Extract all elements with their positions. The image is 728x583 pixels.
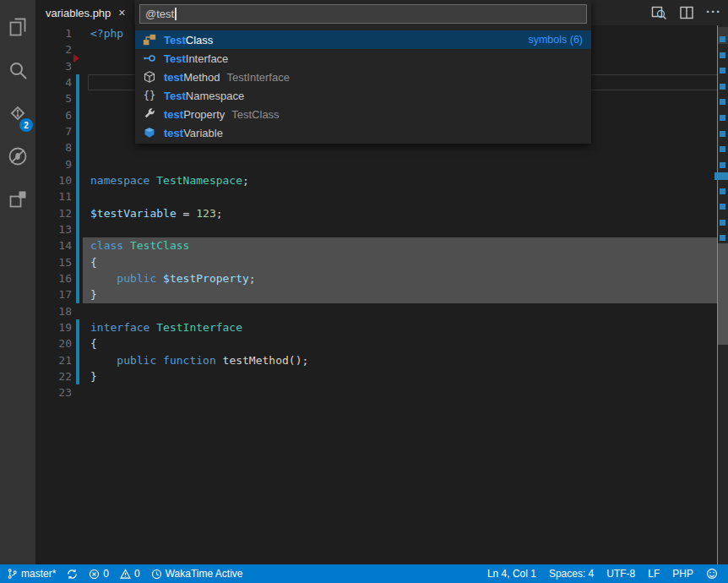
status-warnings[interactable]: 0: [120, 568, 140, 580]
quick-open-item-testVariable[interactable]: testVariable: [135, 123, 591, 142]
code-text: }: [90, 368, 97, 384]
line-number: 22: [35, 368, 72, 384]
quick-open-item-testProperty[interactable]: testPropertyTestClass: [135, 105, 591, 123]
line-number: 15: [35, 254, 72, 270]
status-warnings-label: 0: [134, 568, 140, 580]
quick-open-item-TestNamespace[interactable]: {}TestNamespace: [135, 86, 591, 105]
activity-bar-item-debug[interactable]: [0, 136, 35, 179]
close-icon[interactable]: ×: [118, 7, 125, 19]
line-number: 13: [35, 221, 72, 237]
split-editor-icon[interactable]: [678, 4, 695, 21]
code-line-11[interactable]: 11: [35, 188, 718, 204]
symbol-label: testMethod: [164, 71, 220, 84]
status-branch-label: master*: [21, 568, 56, 580]
tab-label: variables.php: [46, 7, 111, 19]
activity-bar-item-search[interactable]: [0, 50, 35, 93]
status-branch[interactable]: master*: [7, 568, 56, 580]
ruler-modified-mark: [720, 52, 725, 58]
status-wakatime-label: WakaTime Active: [166, 568, 243, 580]
ruler-modified-mark: [720, 146, 725, 152]
code-text: }: [90, 286, 97, 302]
gutter-modified-indicator: [76, 123, 79, 139]
code-line-20[interactable]: 20{: [35, 335, 718, 351]
overview-ruler-scrollbar[interactable]: [717, 25, 728, 564]
line-number: 14: [35, 237, 72, 253]
editor-group: variables.php × ··· 1<?php2345678910name…: [35, 0, 728, 564]
editor-toolbar: ···: [650, 0, 721, 25]
code-line-10[interactable]: 10namespace TestNamespace;: [35, 172, 718, 188]
code-line-14[interactable]: 14class TestClass: [35, 237, 718, 253]
gutter-modified-indicator: [76, 368, 79, 384]
status-cursor-position-label: Ln 4, Col 1: [487, 568, 536, 580]
status-wakatime[interactable]: WakaTime Active: [151, 568, 243, 580]
symbols-group-label: symbols (6): [528, 34, 583, 46]
status-encoding-label: UTF-8: [606, 568, 635, 580]
code-line-19[interactable]: 19interface TestInterface: [35, 319, 718, 335]
symbol-label: TestClass: [164, 34, 213, 46]
quick-open-input[interactable]: @test: [139, 4, 587, 24]
quick-open-list: TestClasssymbols (6)TestInterfacetestMet…: [135, 30, 591, 142]
quick-open-item-TestInterface[interactable]: TestInterface: [135, 49, 591, 68]
quick-open-item-TestClass[interactable]: TestClasssymbols (6): [135, 30, 591, 49]
symbol-label: TestNamespace: [164, 90, 244, 102]
symbol-namespace-icon: {}: [143, 89, 156, 102]
line-number: 21: [35, 352, 72, 368]
warning-icon: [120, 569, 131, 580]
symbol-class-icon: [143, 33, 156, 46]
status-sync[interactable]: [67, 569, 78, 580]
symbol-label: TestInterface: [164, 52, 228, 65]
debug-icon: [7, 145, 29, 171]
status-bar: master*00WakaTime ActiveLn 4, Col 1Space…: [0, 564, 728, 583]
status-indentation[interactable]: Spaces: 4: [549, 568, 594, 580]
gutter-deleted-indicator: [73, 54, 79, 63]
ruler-modified-mark: [720, 99, 725, 105]
symbol-property-icon: [143, 107, 156, 121]
code-line-17[interactable]: 17}: [35, 286, 718, 302]
status-language-label: PHP: [672, 568, 693, 580]
symbol-label: testVariable: [164, 127, 223, 139]
symbol-description: TestClass: [231, 108, 279, 121]
line-number: 1: [35, 25, 72, 41]
quick-open-query: @test: [145, 8, 174, 20]
status-feedback[interactable]: [706, 568, 718, 580]
gutter-modified-indicator: [76, 286, 79, 302]
symbol-description: TestInterface: [227, 71, 290, 84]
line-number: 9: [35, 156, 72, 172]
ruler-range-highlight: [718, 243, 728, 345]
clock-icon: [151, 569, 162, 580]
code-line-16[interactable]: 16 public $testProperty;: [35, 270, 718, 286]
tab-variables-php[interactable]: variables.php ×: [35, 0, 134, 25]
activity-bar-item-extensions[interactable]: [0, 179, 35, 222]
status-language[interactable]: PHP: [672, 568, 693, 580]
ruler-modified-mark: [720, 162, 725, 168]
scm-changes-badge: 2: [19, 118, 33, 132]
code-text: {: [90, 335, 97, 351]
code-line-12[interactable]: 12$testVariable = 123;: [35, 205, 718, 221]
ruler-modified-mark: [720, 235, 725, 241]
line-number: 7: [35, 123, 72, 139]
activity-bar-item-explorer[interactable]: [0, 7, 35, 50]
open-changes-icon[interactable]: [650, 4, 667, 21]
code-line-21[interactable]: 21 public function testMethod();: [35, 352, 718, 368]
status-encoding[interactable]: UTF-8: [606, 568, 635, 580]
gutter-modified-indicator: [76, 221, 79, 237]
line-number: 6: [35, 107, 72, 123]
status-errors[interactable]: 0: [89, 568, 109, 580]
code-text: public function testMethod();: [90, 352, 308, 368]
code-line-13[interactable]: 13: [35, 221, 718, 237]
code-line-15[interactable]: 15{: [35, 254, 718, 270]
activity-bar: 2: [0, 0, 35, 564]
gutter-modified-indicator: [76, 352, 79, 368]
status-eol[interactable]: LF: [648, 568, 660, 580]
code-line-9[interactable]: 9: [35, 156, 718, 172]
quick-open-item-testMethod[interactable]: testMethodTestInterface: [135, 68, 591, 86]
more-actions-icon[interactable]: ···: [706, 4, 721, 22]
gutter-modified-indicator: [76, 319, 79, 335]
code-line-22[interactable]: 22}: [35, 368, 718, 384]
activity-bar-item-source-control[interactable]: 2: [0, 93, 35, 136]
status-cursor-position[interactable]: Ln 4, Col 1: [487, 568, 536, 580]
code-line-18[interactable]: 18: [35, 303, 718, 319]
code-text: <?php: [90, 25, 123, 41]
ruler-modified-mark: [720, 84, 725, 90]
code-line-23[interactable]: 23: [35, 384, 718, 400]
